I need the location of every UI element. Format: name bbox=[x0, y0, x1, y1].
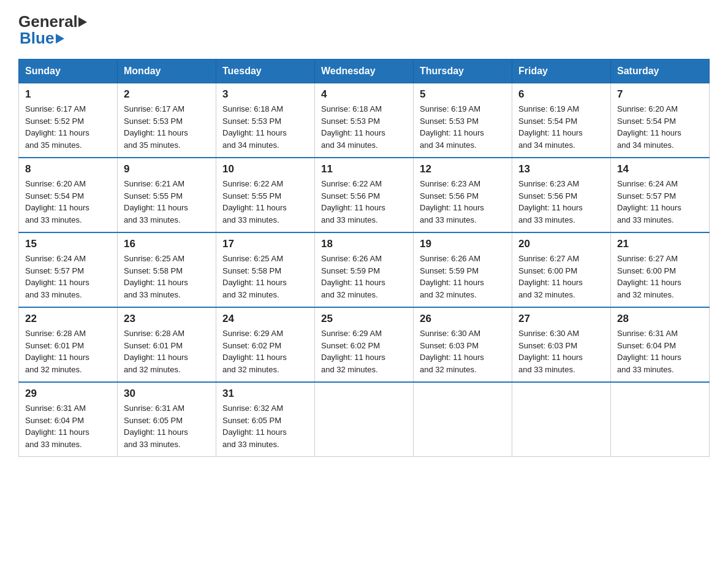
day-number: 5 bbox=[420, 88, 506, 101]
day-info: Sunrise: 6:18 AMSunset: 5:53 PMDaylight:… bbox=[222, 103, 308, 151]
calendar-day-cell: 8 Sunrise: 6:20 AMSunset: 5:54 PMDayligh… bbox=[19, 158, 118, 232]
calendar-day-cell: 12 Sunrise: 6:23 AMSunset: 5:56 PMDaylig… bbox=[414, 158, 512, 232]
calendar-day-cell: 10 Sunrise: 6:22 AMSunset: 5:55 PMDaylig… bbox=[216, 158, 315, 232]
day-number: 26 bbox=[420, 313, 506, 325]
calendar-day-cell: 11 Sunrise: 6:22 AMSunset: 5:56 PMDaylig… bbox=[315, 158, 414, 232]
day-info: Sunrise: 6:22 AMSunset: 5:55 PMDaylight:… bbox=[222, 178, 308, 226]
calendar-week-row: 22 Sunrise: 6:28 AMSunset: 6:01 PMDaylig… bbox=[19, 307, 710, 382]
day-number: 20 bbox=[518, 238, 604, 250]
calendar-day-cell bbox=[315, 382, 414, 457]
calendar-day-cell: 13 Sunrise: 6:23 AMSunset: 5:56 PMDaylig… bbox=[512, 158, 611, 232]
day-number: 19 bbox=[420, 238, 506, 250]
day-number: 21 bbox=[617, 238, 703, 250]
col-header-thursday: Thursday bbox=[414, 59, 512, 83]
day-number: 14 bbox=[617, 163, 703, 175]
calendar-day-cell: 19 Sunrise: 6:26 AMSunset: 5:59 PMDaylig… bbox=[414, 232, 512, 307]
day-number: 28 bbox=[617, 313, 703, 325]
logo-arrow-blue bbox=[56, 34, 64, 44]
day-info: Sunrise: 6:27 AMSunset: 6:00 PMDaylight:… bbox=[617, 253, 703, 301]
col-header-tuesday: Tuesday bbox=[216, 59, 315, 83]
day-info: Sunrise: 6:29 AMSunset: 6:02 PMDaylight:… bbox=[222, 327, 308, 375]
calendar-day-cell: 20 Sunrise: 6:27 AMSunset: 6:00 PMDaylig… bbox=[512, 232, 611, 307]
day-info: Sunrise: 6:30 AMSunset: 6:03 PMDaylight:… bbox=[518, 327, 604, 375]
calendar-day-cell: 29 Sunrise: 6:31 AMSunset: 6:04 PMDaylig… bbox=[19, 382, 118, 457]
day-number: 15 bbox=[25, 238, 111, 250]
col-header-monday: Monday bbox=[118, 59, 216, 83]
calendar-day-cell: 2 Sunrise: 6:17 AMSunset: 5:53 PMDayligh… bbox=[118, 83, 216, 158]
calendar-day-cell: 16 Sunrise: 6:25 AMSunset: 5:58 PMDaylig… bbox=[118, 232, 216, 307]
day-number: 16 bbox=[124, 238, 210, 250]
day-number: 1 bbox=[25, 88, 111, 101]
day-info: Sunrise: 6:17 AMSunset: 5:52 PMDaylight:… bbox=[25, 103, 111, 151]
day-info: Sunrise: 6:26 AMSunset: 5:59 PMDaylight:… bbox=[321, 253, 407, 301]
calendar-day-cell: 21 Sunrise: 6:27 AMSunset: 6:00 PMDaylig… bbox=[611, 232, 710, 307]
calendar-day-cell: 22 Sunrise: 6:28 AMSunset: 6:01 PMDaylig… bbox=[19, 307, 118, 382]
day-number: 13 bbox=[518, 163, 604, 175]
day-info: Sunrise: 6:21 AMSunset: 5:55 PMDaylight:… bbox=[124, 178, 210, 226]
day-number: 23 bbox=[124, 313, 210, 325]
calendar-day-cell: 17 Sunrise: 6:25 AMSunset: 5:58 PMDaylig… bbox=[216, 232, 315, 307]
calendar-table: SundayMondayTuesdayWednesdayThursdayFrid… bbox=[18, 59, 710, 457]
calendar-day-cell: 24 Sunrise: 6:29 AMSunset: 6:02 PMDaylig… bbox=[216, 307, 315, 382]
calendar-day-cell: 9 Sunrise: 6:21 AMSunset: 5:55 PMDayligh… bbox=[118, 158, 216, 232]
day-number: 2 bbox=[124, 88, 210, 101]
calendar-day-cell bbox=[611, 382, 710, 457]
day-info: Sunrise: 6:28 AMSunset: 6:01 PMDaylight:… bbox=[25, 327, 111, 375]
col-header-wednesday: Wednesday bbox=[315, 59, 414, 83]
calendar-day-cell: 18 Sunrise: 6:26 AMSunset: 5:59 PMDaylig… bbox=[315, 232, 414, 307]
day-info: Sunrise: 6:19 AMSunset: 5:54 PMDaylight:… bbox=[518, 103, 604, 151]
col-header-sunday: Sunday bbox=[19, 59, 118, 83]
day-info: Sunrise: 6:19 AMSunset: 5:53 PMDaylight:… bbox=[420, 103, 506, 151]
day-info: Sunrise: 6:20 AMSunset: 5:54 PMDaylight:… bbox=[25, 178, 111, 226]
day-number: 30 bbox=[124, 388, 210, 400]
page-header: General Blue bbox=[18, 12, 710, 48]
logo-blue-text: Blue bbox=[20, 29, 54, 48]
logo-arrow-dark bbox=[78, 17, 87, 27]
day-info: Sunrise: 6:31 AMSunset: 6:04 PMDaylight:… bbox=[617, 327, 703, 375]
day-number: 9 bbox=[124, 163, 210, 175]
day-number: 7 bbox=[617, 88, 703, 101]
day-info: Sunrise: 6:32 AMSunset: 6:05 PMDaylight:… bbox=[222, 402, 308, 450]
day-number: 24 bbox=[222, 313, 308, 325]
col-header-friday: Friday bbox=[512, 59, 611, 83]
day-info: Sunrise: 6:30 AMSunset: 6:03 PMDaylight:… bbox=[420, 327, 506, 375]
day-number: 11 bbox=[321, 163, 407, 175]
calendar-day-cell: 23 Sunrise: 6:28 AMSunset: 6:01 PMDaylig… bbox=[118, 307, 216, 382]
col-header-saturday: Saturday bbox=[611, 59, 710, 83]
day-number: 10 bbox=[222, 163, 308, 175]
calendar-day-cell: 30 Sunrise: 6:31 AMSunset: 6:05 PMDaylig… bbox=[118, 382, 216, 457]
calendar-week-row: 8 Sunrise: 6:20 AMSunset: 5:54 PMDayligh… bbox=[19, 158, 710, 232]
calendar-day-cell: 3 Sunrise: 6:18 AMSunset: 5:53 PMDayligh… bbox=[216, 83, 315, 158]
day-info: Sunrise: 6:18 AMSunset: 5:53 PMDaylight:… bbox=[321, 103, 407, 151]
calendar-week-row: 1 Sunrise: 6:17 AMSunset: 5:52 PMDayligh… bbox=[19, 83, 710, 158]
calendar-day-cell: 14 Sunrise: 6:24 AMSunset: 5:57 PMDaylig… bbox=[611, 158, 710, 232]
calendar-day-cell: 7 Sunrise: 6:20 AMSunset: 5:54 PMDayligh… bbox=[611, 83, 710, 158]
day-info: Sunrise: 6:26 AMSunset: 5:59 PMDaylight:… bbox=[420, 253, 506, 301]
day-number: 3 bbox=[222, 88, 308, 101]
day-info: Sunrise: 6:23 AMSunset: 5:56 PMDaylight:… bbox=[420, 178, 506, 226]
logo: General Blue bbox=[18, 12, 87, 48]
day-number: 25 bbox=[321, 313, 407, 325]
day-info: Sunrise: 6:23 AMSunset: 5:56 PMDaylight:… bbox=[518, 178, 604, 226]
calendar-day-cell: 26 Sunrise: 6:30 AMSunset: 6:03 PMDaylig… bbox=[414, 307, 512, 382]
calendar-day-cell: 5 Sunrise: 6:19 AMSunset: 5:53 PMDayligh… bbox=[414, 83, 512, 158]
day-number: 22 bbox=[25, 313, 111, 325]
day-number: 31 bbox=[222, 388, 308, 400]
day-info: Sunrise: 6:20 AMSunset: 5:54 PMDaylight:… bbox=[617, 103, 703, 151]
day-info: Sunrise: 6:24 AMSunset: 5:57 PMDaylight:… bbox=[617, 178, 703, 226]
calendar-day-cell: 28 Sunrise: 6:31 AMSunset: 6:04 PMDaylig… bbox=[611, 307, 710, 382]
calendar-day-cell: 4 Sunrise: 6:18 AMSunset: 5:53 PMDayligh… bbox=[315, 83, 414, 158]
day-number: 8 bbox=[25, 163, 111, 175]
calendar-day-cell: 27 Sunrise: 6:30 AMSunset: 6:03 PMDaylig… bbox=[512, 307, 611, 382]
day-info: Sunrise: 6:31 AMSunset: 6:04 PMDaylight:… bbox=[25, 402, 111, 450]
calendar-week-row: 15 Sunrise: 6:24 AMSunset: 5:57 PMDaylig… bbox=[19, 232, 710, 307]
calendar-day-cell: 31 Sunrise: 6:32 AMSunset: 6:05 PMDaylig… bbox=[216, 382, 315, 457]
day-number: 6 bbox=[518, 88, 604, 101]
calendar-day-cell: 6 Sunrise: 6:19 AMSunset: 5:54 PMDayligh… bbox=[512, 83, 611, 158]
calendar-week-row: 29 Sunrise: 6:31 AMSunset: 6:04 PMDaylig… bbox=[19, 382, 710, 457]
day-info: Sunrise: 6:31 AMSunset: 6:05 PMDaylight:… bbox=[124, 402, 210, 450]
calendar-day-cell bbox=[414, 382, 512, 457]
day-number: 12 bbox=[420, 163, 506, 175]
day-info: Sunrise: 6:25 AMSunset: 5:58 PMDaylight:… bbox=[222, 253, 308, 301]
day-info: Sunrise: 6:24 AMSunset: 5:57 PMDaylight:… bbox=[25, 253, 111, 301]
